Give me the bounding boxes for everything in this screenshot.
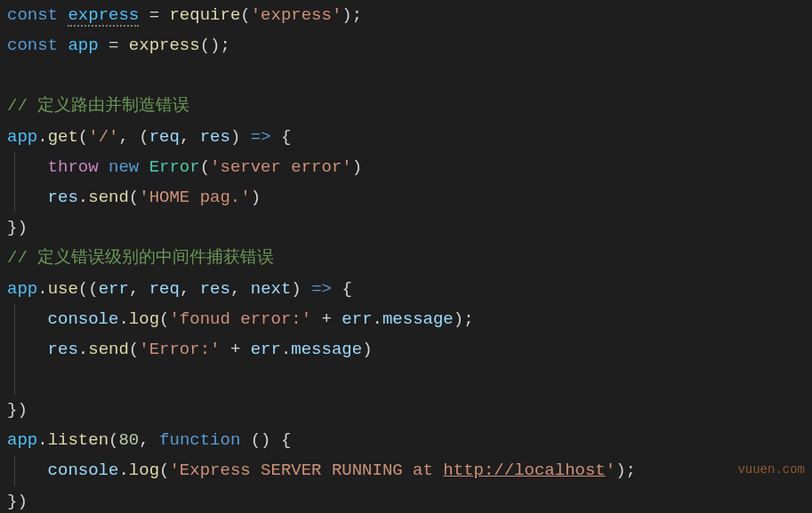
code-line: // 定义错误级别的中间件捕获错误	[7, 243, 805, 273]
code-line	[7, 60, 805, 91]
code-line: app.listen(80, function () {	[7, 425, 805, 455]
code-line: console.log('fonud error:' + err.message…	[7, 304, 805, 334]
code-line: // 定义路由并制造错误	[7, 91, 805, 121]
code-line: app.use((err, req, res, next) => {	[7, 274, 805, 304]
code-line: app.get('/', (req, res) => {	[7, 122, 805, 152]
code-line: const express = require('express');	[7, 0, 805, 30]
code-line: })	[7, 212, 805, 243]
code-line: throw new Error('server error')	[7, 152, 805, 182]
code-line: res.send('HOME pag.')	[7, 182, 805, 212]
code-line	[7, 365, 805, 395]
code-line: })	[7, 486, 805, 513]
code-editor[interactable]: const express = require('express');const…	[0, 0, 812, 513]
code-line: console.log('Express SERVER RUNNING at h…	[7, 455, 805, 485]
watermark: vuuen.com	[737, 459, 805, 481]
code-line: res.send('Error:' + err.message)	[7, 334, 805, 365]
code-line: const app = express();	[7, 30, 805, 60]
code-line: })	[7, 395, 805, 425]
